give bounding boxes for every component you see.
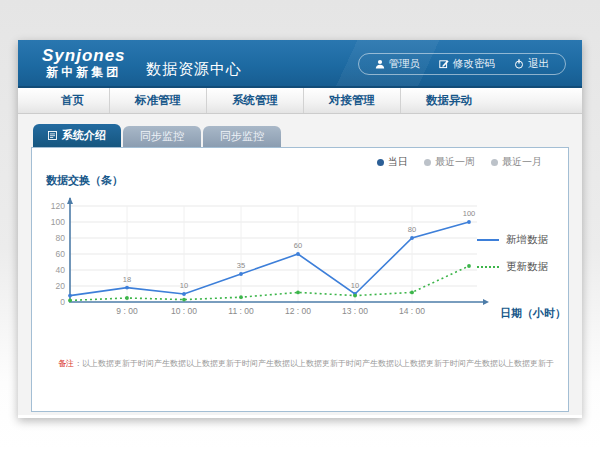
app-header: Synjones 新中新集团 数据资源中心 管理员 修改密码 退出 xyxy=(18,40,582,88)
svg-text:100: 100 xyxy=(463,209,476,218)
svg-text:10 : 00: 10 : 00 xyxy=(171,306,197,316)
y-axis-title: 数据交换（条） xyxy=(46,173,123,188)
change-password-button[interactable]: 修改密码 xyxy=(439,57,495,71)
logout-label: 退出 xyxy=(528,57,549,71)
radio-label: 当日 xyxy=(388,155,408,169)
main-nav: 首页 标准管理 系统管理 对接管理 数据异动 xyxy=(18,88,582,114)
form-icon xyxy=(48,130,57,142)
svg-text:20: 20 xyxy=(56,281,66,291)
logo-secondary: 新中新集团 xyxy=(42,65,126,80)
page-title: 数据资源中心 xyxy=(146,60,242,79)
radio-dot xyxy=(491,159,498,166)
radio-label: 最近一月 xyxy=(502,155,542,169)
footnote: 备注：以上数据更新于时间产生数据以上数据更新于时间产生数据以上数据更新于时间产生… xyxy=(58,358,554,369)
footnote-text: ：以上数据更新于时间产生数据以上数据更新于时间产生数据以上数据更新于时间产生数据… xyxy=(74,359,554,368)
user-menu: 管理员 修改密码 退出 xyxy=(358,53,567,75)
svg-text:10: 10 xyxy=(351,281,359,290)
svg-text:18: 18 xyxy=(123,275,131,284)
logo-primary: Synjones xyxy=(42,46,126,65)
legend-item-new-data[interactable]: 新增数据 xyxy=(477,233,548,247)
svg-text:10: 10 xyxy=(180,281,188,290)
tab-label: 系统介绍 xyxy=(62,128,106,143)
radio-dot xyxy=(377,159,384,166)
tab-sync-monitor-2[interactable]: 同步监控 xyxy=(203,126,281,147)
svg-text:60: 60 xyxy=(56,249,66,259)
change-password-label: 修改密码 xyxy=(453,57,495,71)
svg-text:11 : 00: 11 : 00 xyxy=(228,306,254,316)
x-axis-title: 日期（小时） xyxy=(500,306,570,321)
chart-panel: 当日 最近一周 最近一月 数据交换（条） 0204060801001209 : … xyxy=(31,147,569,412)
logo: Synjones 新中新集团 xyxy=(42,46,126,80)
user-menu-admin[interactable]: 管理员 xyxy=(375,57,421,71)
power-icon xyxy=(514,59,524,69)
svg-text:0: 0 xyxy=(60,297,65,307)
nav-item-system[interactable]: 系统管理 xyxy=(206,88,303,113)
tab-system-intro[interactable]: 系统介绍 xyxy=(33,124,121,147)
radio-last-month[interactable]: 最近一月 xyxy=(491,155,542,169)
radio-today[interactable]: 当日 xyxy=(377,155,408,169)
footnote-label: 备注 xyxy=(58,359,74,368)
legend-item-updated-data[interactable]: 更新数据 xyxy=(477,260,548,274)
radio-label: 最近一周 xyxy=(435,155,475,169)
tab-sync-monitor-1[interactable]: 同步监控 xyxy=(123,126,201,147)
content-area: 系统介绍 同步监控 同步监控 当日 最近一周 xyxy=(18,114,582,415)
app-window: Synjones 新中新集团 数据资源中心 管理员 修改密码 退出 xyxy=(18,40,582,418)
user-name: 管理员 xyxy=(389,57,421,71)
legend-label: 新增数据 xyxy=(506,233,548,247)
logout-button[interactable]: 退出 xyxy=(514,57,549,71)
edit-icon xyxy=(439,59,449,69)
nav-item-standards[interactable]: 标准管理 xyxy=(109,88,206,113)
legend-line-sample xyxy=(477,239,499,241)
tab-bar: 系统介绍 同步监控 同步监控 xyxy=(33,126,569,147)
svg-text:9 : 00: 9 : 00 xyxy=(116,306,138,316)
svg-text:14 : 00: 14 : 00 xyxy=(399,306,425,316)
svg-text:120: 120 xyxy=(51,201,65,211)
chart-legend: 新增数据 更新数据 xyxy=(477,233,548,274)
svg-text:12 : 00: 12 : 00 xyxy=(285,306,311,316)
tab-label: 同步监控 xyxy=(220,129,264,144)
svg-text:80: 80 xyxy=(408,225,416,234)
legend-line-sample xyxy=(477,266,499,268)
radio-dot xyxy=(424,159,431,166)
tab-label: 同步监控 xyxy=(140,129,184,144)
nav-item-data-changes[interactable]: 数据异动 xyxy=(400,88,497,113)
time-filter: 当日 最近一周 最近一月 xyxy=(377,155,542,169)
svg-text:60: 60 xyxy=(294,241,302,250)
svg-text:100: 100 xyxy=(51,217,65,227)
radio-last-week[interactable]: 最近一周 xyxy=(424,155,475,169)
svg-text:80: 80 xyxy=(56,233,66,243)
nav-item-home[interactable]: 首页 xyxy=(36,88,109,113)
legend-label: 更新数据 xyxy=(506,260,548,274)
user-icon xyxy=(375,59,385,69)
nav-item-integration[interactable]: 对接管理 xyxy=(303,88,400,113)
svg-text:35: 35 xyxy=(237,261,245,270)
svg-text:13 : 00: 13 : 00 xyxy=(342,306,368,316)
svg-text:40: 40 xyxy=(56,265,66,275)
line-chart: 0204060801001209 : 0010 : 0011 : 0012 : … xyxy=(34,188,494,328)
